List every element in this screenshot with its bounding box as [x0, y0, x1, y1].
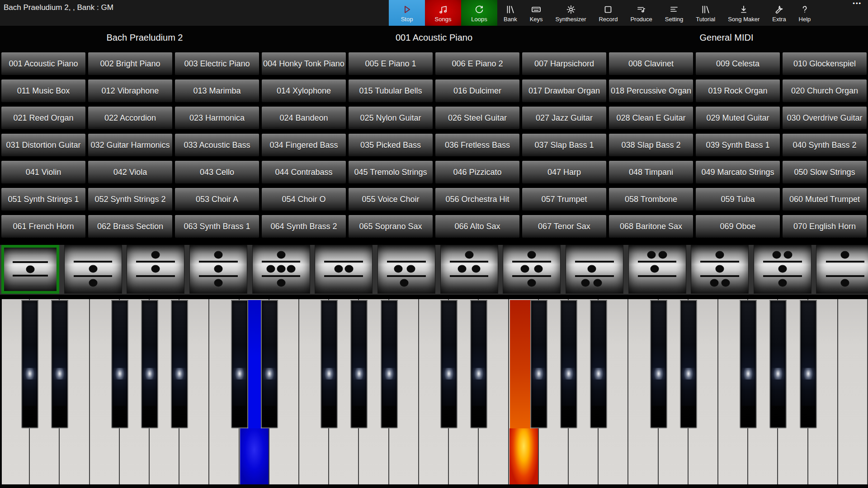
instrument-button[interactable]: 061 French Horn	[1, 215, 85, 238]
chord-button[interactable]	[754, 245, 811, 294]
instrument-button[interactable]: 069 Oboe	[696, 215, 780, 238]
more-options-button[interactable]: •••	[853, 0, 862, 7]
toolbar-button-extra[interactable]: Extra	[766, 0, 792, 26]
instrument-button[interactable]: 053 Choir A	[175, 188, 259, 211]
instrument-button[interactable]: 037 Slap Bass 1	[522, 134, 606, 156]
instrument-button[interactable]: 013 Marimba	[175, 80, 259, 102]
toolbar-button-produce[interactable]: Produce	[624, 0, 658, 26]
instrument-button[interactable]: 010 Glockenspiel	[783, 52, 867, 75]
instrument-button[interactable]: 026 Steel Guitar	[435, 107, 519, 129]
chord-button-selected[interactable]	[1, 245, 59, 294]
toolbar-button-keys[interactable]: Keys	[524, 0, 549, 26]
toolbar-button-help[interactable]: Help	[793, 0, 817, 26]
black-key[interactable]	[650, 300, 667, 428]
instrument-button[interactable]: 008 Clavinet	[609, 52, 693, 75]
black-key[interactable]	[231, 300, 248, 428]
instrument-button[interactable]: 055 Voice Choir	[349, 188, 433, 211]
instrument-button[interactable]: 014 Xylophone	[262, 80, 346, 102]
instrument-button[interactable]: 041 Violin	[1, 161, 85, 183]
instrument-button[interactable]: 009 Celesta	[696, 52, 780, 75]
chord-button[interactable]	[127, 245, 184, 294]
instrument-button[interactable]: 030 Overdrive Guitar	[783, 107, 867, 129]
instrument-button[interactable]: 052 Synth Strings 2	[88, 188, 172, 211]
instrument-button[interactable]: 063 Synth Brass 1	[175, 215, 259, 238]
instrument-button[interactable]: 054 Choir O	[262, 188, 346, 211]
instrument-button[interactable]: 023 Harmonica	[175, 107, 259, 129]
instrument-button[interactable]: 049 Marcato Strings	[696, 161, 780, 183]
black-key[interactable]	[350, 300, 368, 428]
toolbar-button-setting[interactable]: Setting	[659, 0, 689, 26]
chord-button[interactable]	[315, 245, 373, 294]
black-key[interactable]	[470, 300, 487, 428]
toolbar-button-song-maker[interactable]: Song Maker	[722, 0, 766, 26]
toolbar-button-tutorial[interactable]: Tutorial	[689, 0, 722, 26]
toolbar-button-bank[interactable]: Bank	[497, 0, 524, 26]
instrument-button[interactable]: 065 Soprano Sax	[349, 215, 433, 238]
instrument-button[interactable]: 029 Muted Guitar	[696, 107, 780, 129]
instrument-button[interactable]: 070 English Horn	[783, 215, 867, 238]
black-key[interactable]	[141, 300, 158, 428]
chord-button[interactable]	[440, 245, 498, 294]
instrument-button[interactable]: 060 Muted Trumpet	[783, 188, 867, 211]
black-key[interactable]	[381, 300, 398, 428]
instrument-button[interactable]: 004 Honky Tonk Piano	[262, 52, 346, 75]
instrument-button[interactable]: 025 Nylon Guitar	[349, 107, 433, 129]
toolbar-button-stop[interactable]: Stop	[389, 0, 425, 26]
black-key[interactable]	[51, 300, 68, 428]
instrument-button[interactable]: 031 Distortion Guitar	[1, 134, 85, 156]
instrument-button[interactable]: 059 Tuba	[696, 188, 780, 211]
toolbar-button-record[interactable]: Record	[592, 0, 624, 26]
black-key[interactable]	[680, 300, 697, 428]
toolbar-button-synthesizer[interactable]: Synthesizer	[549, 0, 593, 26]
chord-button[interactable]	[64, 245, 122, 294]
instrument-button[interactable]: 022 Accordion	[88, 107, 172, 129]
instrument-button[interactable]: 015 Tubular Bells	[349, 80, 433, 102]
instrument-button[interactable]: 062 Brass Section	[88, 215, 172, 238]
instrument-button[interactable]: 033 Acoustic Bass	[175, 134, 259, 156]
instrument-button[interactable]: 042 Viola	[88, 161, 172, 183]
instrument-button[interactable]: 003 Electric Piano	[175, 52, 259, 75]
instrument-button[interactable]: 043 Cello	[175, 161, 259, 183]
black-key[interactable]	[171, 300, 188, 428]
instrument-button[interactable]: 018 Percussive Organ	[609, 80, 693, 102]
instrument-button[interactable]: 034 Fingered Bass	[262, 134, 346, 156]
black-key[interactable]	[261, 300, 278, 428]
instrument-button[interactable]: 019 Rock Organ	[696, 80, 780, 102]
instrument-button[interactable]: 024 Bandeon	[262, 107, 346, 129]
chord-button[interactable]	[816, 245, 868, 294]
instrument-button[interactable]: 012 Vibraphone	[88, 80, 172, 102]
instrument-button[interactable]: 039 Synth Bass 1	[696, 134, 780, 156]
instrument-button[interactable]: 016 Dulcimer	[435, 80, 519, 102]
instrument-button[interactable]: 048 Timpani	[609, 161, 693, 183]
instrument-button[interactable]: 050 Slow Strings	[783, 161, 867, 183]
instrument-button[interactable]: 020 Church Organ	[783, 80, 867, 102]
instrument-button[interactable]: 040 Synth Bass 2	[783, 134, 867, 156]
instrument-button[interactable]: 066 Alto Sax	[435, 215, 519, 238]
instrument-button[interactable]: 057 Trumpet	[522, 188, 606, 211]
chord-button[interactable]	[189, 245, 247, 294]
chord-button[interactable]	[628, 245, 686, 294]
instrument-button[interactable]: 017 Drawbar Organ	[522, 80, 606, 102]
black-key[interactable]	[111, 300, 128, 428]
instrument-button[interactable]: 044 Contrabass	[262, 161, 346, 183]
instrument-button[interactable]: 007 Harpsichord	[522, 52, 606, 75]
instrument-button[interactable]: 035 Picked Bass	[349, 134, 433, 156]
chord-button[interactable]	[566, 245, 623, 294]
instrument-button[interactable]: 038 Slap Bass 2	[609, 134, 693, 156]
instrument-button[interactable]: 011 Music Box	[1, 80, 85, 102]
instrument-button[interactable]: 064 Synth Brass 2	[262, 215, 346, 238]
instrument-button[interactable]: 005 E Piano 1	[349, 52, 433, 75]
black-key[interactable]	[440, 300, 458, 428]
toolbar-button-loops[interactable]: Loops	[461, 0, 497, 26]
instrument-button[interactable]: 045 Tremolo Strings	[349, 161, 433, 183]
instrument-button[interactable]: 046 Pizzicato	[435, 161, 519, 183]
black-key[interactable]	[530, 300, 547, 428]
black-key[interactable]	[560, 300, 577, 428]
toolbar-button-songs[interactable]: Songs	[425, 0, 461, 26]
chord-button[interactable]	[503, 245, 561, 294]
black-key[interactable]	[800, 300, 817, 428]
chord-button[interactable]	[252, 245, 310, 294]
instrument-button[interactable]: 027 Jazz Guitar	[522, 107, 606, 129]
instrument-button[interactable]: 032 Guitar Harmonics	[88, 134, 172, 156]
chord-button[interactable]	[691, 245, 749, 294]
